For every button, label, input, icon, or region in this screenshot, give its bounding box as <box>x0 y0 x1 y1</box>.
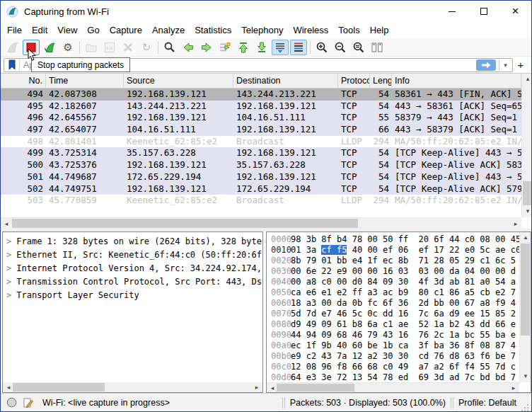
apply-filter-button[interactable] <box>476 59 496 71</box>
menu-capture[interactable]: Capture <box>105 23 147 38</box>
scroll-right-icon[interactable]: ▸ <box>510 218 521 229</box>
menu-view[interactable]: View <box>52 23 82 38</box>
restart-capture-button[interactable] <box>41 40 58 55</box>
go-to-packet-button[interactable] <box>216 40 233 55</box>
menu-wireless[interactable]: Wireless <box>288 23 333 38</box>
menu-edit[interactable]: Edit <box>27 23 52 38</box>
capture-options-button[interactable]: ⚙ <box>59 40 76 55</box>
filter-dropdown-button[interactable]: ▾ <box>499 59 511 71</box>
detail-row-3[interactable]: >Transmission Control Protocol, Src Port… <box>3 275 262 289</box>
menu-telephony[interactable]: Telephony <box>236 23 288 38</box>
zoom-in-button[interactable] <box>313 40 330 55</box>
details-hscrollbar[interactable]: ◂ ▸ <box>3 382 262 392</box>
expand-chevron-icon[interactable]: > <box>6 290 11 300</box>
hscroll-thumb[interactable] <box>12 219 358 228</box>
hscroll-thumb[interactable] <box>13 383 105 391</box>
hex-row-00a0[interactable]: 00a0ec 1f 9b 40 60 be 1b ca 3f ba 36 8f … <box>267 341 519 351</box>
packet-row-494[interactable]: 49442.087308192.168.139.121143.244.213.2… <box>1 88 521 101</box>
packet-row-495[interactable]: 49542.182607143.244.213.221192.168.139.1… <box>1 101 521 113</box>
column-header-info[interactable]: Info <box>392 74 521 88</box>
colorize-button[interactable] <box>290 40 307 55</box>
scroll-up-icon[interactable]: ▴ <box>522 74 532 85</box>
capture-comment-button[interactable] <box>23 397 34 408</box>
close-button[interactable]: × <box>499 1 531 22</box>
hex-row-0000[interactable]: 000098 3b 8f b4 78 00 50 ff 20 6f 44 c0 … <box>267 234 519 245</box>
bytes-hscrollbar[interactable]: ◂ ▸ <box>267 382 519 392</box>
go-forward-button[interactable] <box>198 40 215 55</box>
menu-analyze[interactable]: Analyze <box>147 23 190 38</box>
capture-options-icon: ⚙ <box>63 42 72 52</box>
hex-row-0010[interactable]: 001001 3a cf f5 40 00 ef 06 ef 17 22 e0 … <box>267 245 519 256</box>
hex-row-00d0[interactable]: 00d064 e3 3e 72 13 54 78 ed 69 3d ad 7c … <box>267 372 519 382</box>
detail-row-4[interactable]: >Transport Layer Security <box>3 289 262 302</box>
expand-chevron-icon[interactable]: > <box>6 236 11 246</box>
expert-info-button[interactable] <box>6 397 17 408</box>
auto-scroll-button[interactable] <box>272 40 289 55</box>
add-filter-button-button[interactable]: + <box>513 59 528 71</box>
scroll-left-icon[interactable]: ◂ <box>1 218 12 229</box>
packet-row-498[interactable]: 49842.801401Keenetic_62:85:e2BroadcastLL… <box>1 136 521 148</box>
vscroll-thumb[interactable] <box>523 181 532 205</box>
expand-chevron-icon[interactable]: > <box>6 263 11 273</box>
menu-go[interactable]: Go <box>82 23 104 38</box>
stop-capture-button[interactable] <box>23 40 40 55</box>
zoom-reset-button[interactable] <box>350 40 367 55</box>
hex-row-0050[interactable]: 0050ca e6 e1 e2 ff a3 ac b9 80 c1 86 a5 … <box>267 287 519 298</box>
hex-row-0070[interactable]: 00705d 7d e7 46 5c 0c dd 16 7c 6a d9 ee … <box>267 309 519 319</box>
column-header-destination[interactable]: Destination <box>233 74 338 88</box>
menu-statistics[interactable]: Statistics <box>190 23 236 38</box>
detail-row-0[interactable]: >Frame 1: 328 bytes on wire (2624 bits),… <box>3 235 262 248</box>
packet-list-vscrollbar[interactable]: ▴ ▾ <box>521 74 532 217</box>
menu-tools[interactable]: Tools <box>333 23 364 38</box>
vscroll-thumb[interactable] <box>521 244 530 336</box>
filter-bookmark-button[interactable] <box>4 59 20 71</box>
column-header-time[interactable]: Time <box>46 74 124 88</box>
scroll-up-icon[interactable]: ▴ <box>520 232 531 244</box>
scroll-right-icon[interactable]: ▸ <box>508 383 519 393</box>
zoom-out-button[interactable] <box>332 40 349 55</box>
detail-row-1[interactable]: >Ethernet II, Src: Keenetic_6f:44:c0 (50… <box>3 248 262 262</box>
column-header-no[interactable]: No. <box>1 74 46 88</box>
packet-row-500[interactable]: 50043.725376192.168.139.12135.157.63.228… <box>1 159 521 171</box>
hex-row-0080[interactable]: 0080d9 49 09 61 b8 6a c1 ae 52 1a b2 43 … <box>267 319 519 330</box>
reload-file-button: ↻ <box>138 40 155 55</box>
scroll-down-icon[interactable]: ▾ <box>522 206 532 217</box>
packet-row-503[interactable]: 50345.770859Keenetic_62:85:e2BroadcastLL… <box>1 195 521 207</box>
detail-row-2[interactable]: >Internet Protocol Version 4, Src: 34.22… <box>3 262 262 275</box>
profile-label[interactable]: Profile: Default <box>458 398 516 408</box>
hex-row-0040[interactable]: 004000 a8 c0 00 d0 84 09 30 4f 3d ab 81 … <box>267 277 519 287</box>
bytes-vscrollbar[interactable]: ▴ ▾ <box>519 232 531 382</box>
menu-help[interactable]: Help <box>365 23 394 38</box>
find-packet-button[interactable] <box>161 40 178 55</box>
hscroll-thumb[interactable] <box>277 384 354 391</box>
cell-source: 143.244.213.221 <box>124 101 233 113</box>
resize-columns-button[interactable] <box>369 40 386 55</box>
hex-row-0020[interactable]: 00208b 79 01 bb e4 1f ec 8b 71 28 05 29 … <box>267 256 519 266</box>
expand-chevron-icon[interactable]: > <box>6 250 11 260</box>
column-header-length[interactable]: Length <box>370 74 392 88</box>
hex-row-0060[interactable]: 006018 a3 00 da 0b fc 6f 36 2d bb 00 67 … <box>267 298 519 309</box>
packet-row-499[interactable]: 49943.72531435.157.63.228192.168.139.121… <box>1 147 521 159</box>
column-header-protocol[interactable]: Protocol <box>338 74 370 88</box>
cell-destination: 104.16.51.111 <box>233 112 338 124</box>
packet-row-496[interactable]: 49642.645567192.168.139.121104.16.51.111… <box>1 112 521 124</box>
expand-chevron-icon[interactable]: > <box>6 277 11 287</box>
scroll-down-icon[interactable]: ▾ <box>520 371 531 382</box>
hex-row-00c0[interactable]: 00c012 08 96 f8 66 68 c0 49 a7 a2 6f f4 … <box>267 362 519 372</box>
packet-row-497[interactable]: 49742.654077104.16.51.111192.168.139.121… <box>1 124 521 136</box>
hex-row-0090[interactable]: 009044 94 09 68 46 79 43 16 76 2c 1a bc … <box>267 330 519 341</box>
hex-row-0030[interactable]: 003000 6e 22 e9 00 00 16 03 03 00 da 04 … <box>267 266 519 277</box>
scroll-right-icon[interactable]: ▸ <box>251 382 262 392</box>
packet-row-501[interactable]: 50144.749687172.65.229.194192.168.139.12… <box>1 171 521 183</box>
go-last-button[interactable] <box>253 40 270 55</box>
maximize-button[interactable] <box>468 1 499 22</box>
go-first-button[interactable] <box>235 40 252 55</box>
go-back-button[interactable] <box>180 40 197 55</box>
menu-file[interactable]: File <box>2 23 27 38</box>
minimize-button[interactable] <box>436 1 468 22</box>
packet-row-502[interactable]: 50244.749751192.168.139.121172.65.229.19… <box>1 183 521 195</box>
packet-list-hscrollbar[interactable]: ◂ ▸ <box>1 217 521 229</box>
hex-row-00b0[interactable]: 00b0e9 c2 43 7a 12 a2 30 30 cd 76 d8 63 … <box>267 351 519 362</box>
column-header-source[interactable]: Source <box>124 74 233 88</box>
resize-grip-icon[interactable] <box>521 403 529 411</box>
